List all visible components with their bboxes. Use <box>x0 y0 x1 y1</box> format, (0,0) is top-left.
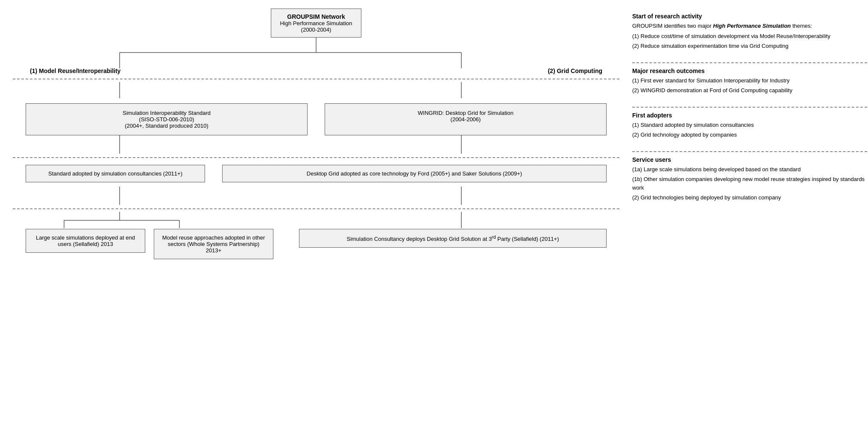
level3-box2: Model reuse approaches adopted in other … <box>154 229 273 259</box>
dashed-divider-2 <box>13 157 619 158</box>
level1-box-right: WINGRID: Desktop Grid for Simulation (20… <box>325 103 607 135</box>
level1-right-line1: (2004-2006) <box>334 116 598 123</box>
level1-right-title: WINGRID: Desktop Grid for Simulation <box>334 110 598 116</box>
sidebar-s1-item-1: (1) Reduce cost/time of simulation devel… <box>632 32 867 41</box>
sidebar-s2-item-2: (2) WINGRID demonstration at Ford of Gri… <box>632 86 867 95</box>
level1-left-line1: (SISO-STD-006-2010) <box>35 116 299 123</box>
top-node-title: GROUPSIM Network <box>280 13 352 20</box>
sidebar-s3-item-1: (1) Standard adopted by simulation consu… <box>632 121 867 129</box>
level2-right-text: Desktop Grid adopted as core technology … <box>229 170 599 177</box>
sidebar-section-2: Major research outcomes (1) First ever s… <box>632 67 867 95</box>
top-node-row: GROUPSIM Network High Performance Simula… <box>13 9 619 38</box>
sidebar-s3-item-2: (2) Grid technology adopted by companies <box>632 131 867 139</box>
level2-box-left: Standard adopted by simulation consultan… <box>26 165 205 182</box>
level2-arrows-svg <box>13 135 619 155</box>
dashed-divider-3 <box>13 208 619 209</box>
level1-left-line2: (2004+, Standard produced 2010) <box>35 123 299 129</box>
sidebar-section-1-intro: GROUPSIM identifies two major High Perfo… <box>632 22 867 30</box>
level3-box1-wrapper: Large scale simulations deployed at end … <box>26 229 145 259</box>
level1-boxes: Simulation Interoperability Standard (SI… <box>13 103 619 135</box>
sidebar-s4-item-1: (1a) Large scale simulations being devel… <box>632 165 867 174</box>
branch-label-left: (1) Model Reuse/Interoperability <box>30 67 120 74</box>
sidebar-dashed-3 <box>632 151 867 152</box>
level2-box-right: Desktop Grid adopted as core technology … <box>222 165 607 182</box>
level3-box3-wrapper: Simulation Consultancy deploys Desktop G… <box>299 229 607 259</box>
sidebar-section-3-title: First adopters <box>632 112 867 119</box>
level3-box3-text: Simulation Consultancy deploys Desktop G… <box>306 234 599 242</box>
sidebar-s2-item-1: (1) First ever standard for Simulation I… <box>632 76 867 85</box>
sidebar-section-4-title: Service users <box>632 156 867 163</box>
top-node-years: (2000-2004) <box>280 26 352 33</box>
sidebar-s1-item-2: (2) Reduce simulation experimentation ti… <box>632 42 867 50</box>
level3-box2-wrapper: Model reuse approaches adopted in other … <box>154 229 273 259</box>
sidebar: Start of research activity GROUPSIM iden… <box>619 9 867 268</box>
sidebar-section-1: Start of research activity GROUPSIM iden… <box>632 13 867 50</box>
sidebar-section-4: Service users (1a) Large scale simulatio… <box>632 156 867 202</box>
level2-boxes-row: Standard adopted by simulation consultan… <box>13 161 619 187</box>
sidebar-section-1-title: Start of research activity <box>632 13 867 20</box>
sidebar-dashed-2 <box>632 107 867 108</box>
sidebar-bold-italic: High Performance Simulation <box>713 23 791 29</box>
level3-box1-text: Large scale simulations deployed at end … <box>33 234 138 247</box>
sidebar-dashed-1 <box>632 62 867 63</box>
level3-split-svg <box>13 212 619 229</box>
level3-arrows-svg <box>13 187 619 206</box>
top-node: GROUPSIM Network High Performance Simula… <box>271 9 361 38</box>
level3-box2-text: Model reuse approaches adopted in other … <box>161 234 266 254</box>
dashed-divider-1 <box>13 79 619 79</box>
top-node-subtitle: High Performance Simulation <box>280 20 352 26</box>
level3-boxes-row: Large scale simulations deployed at end … <box>13 229 619 268</box>
branch-label-right: (2) Grid Computing <box>548 67 602 74</box>
sidebar-s4-item-3: (2) Grid technologies being deployed by … <box>632 193 867 202</box>
sidebar-section-3: First adopters (1) Standard adopted by s… <box>632 112 867 139</box>
level1-left-title: Simulation Interoperability Standard <box>35 110 299 116</box>
sidebar-s4-item-2: (1b) Other simulation companies developi… <box>632 175 867 192</box>
branch-labels: (1) Model Reuse/Interoperability (2) Gri… <box>13 67 619 74</box>
mid-arrows-svg <box>13 82 619 103</box>
level3-box3: Simulation Consultancy deploys Desktop G… <box>299 229 607 248</box>
sidebar-section-2-title: Major research outcomes <box>632 67 867 74</box>
level2-left-wrapper: Standard adopted by simulation consultan… <box>26 165 205 182</box>
level2-right-wrapper: Desktop Grid adopted as core technology … <box>222 165 607 182</box>
top-arrows-svg <box>13 38 619 67</box>
level2-left-text: Standard adopted by simulation consultan… <box>33 170 198 177</box>
level3-box1: Large scale simulations deployed at end … <box>26 229 145 253</box>
diagram-area: GROUPSIM Network High Performance Simula… <box>13 9 619 268</box>
level1-box-left: Simulation Interoperability Standard (SI… <box>26 103 308 135</box>
level3-spacer <box>282 229 290 259</box>
